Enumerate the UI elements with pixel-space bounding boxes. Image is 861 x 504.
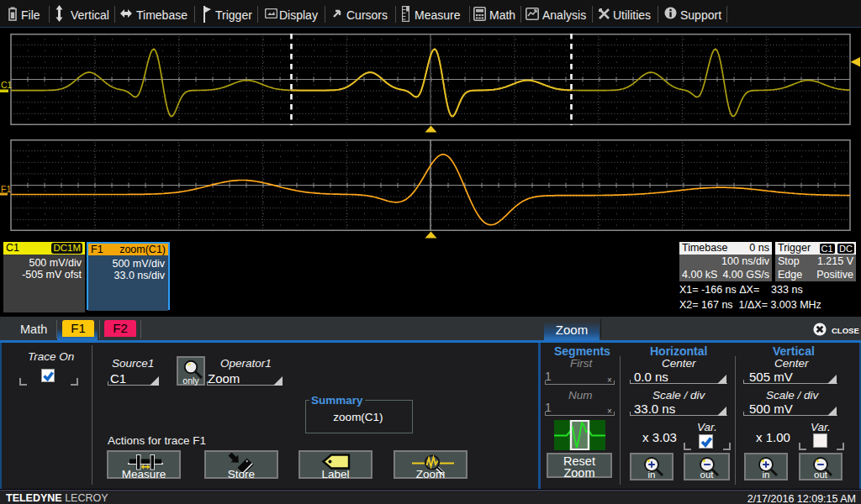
svg-text:F1: F1 <box>1 184 11 194</box>
svg-text:C1: C1 <box>1 80 13 90</box>
